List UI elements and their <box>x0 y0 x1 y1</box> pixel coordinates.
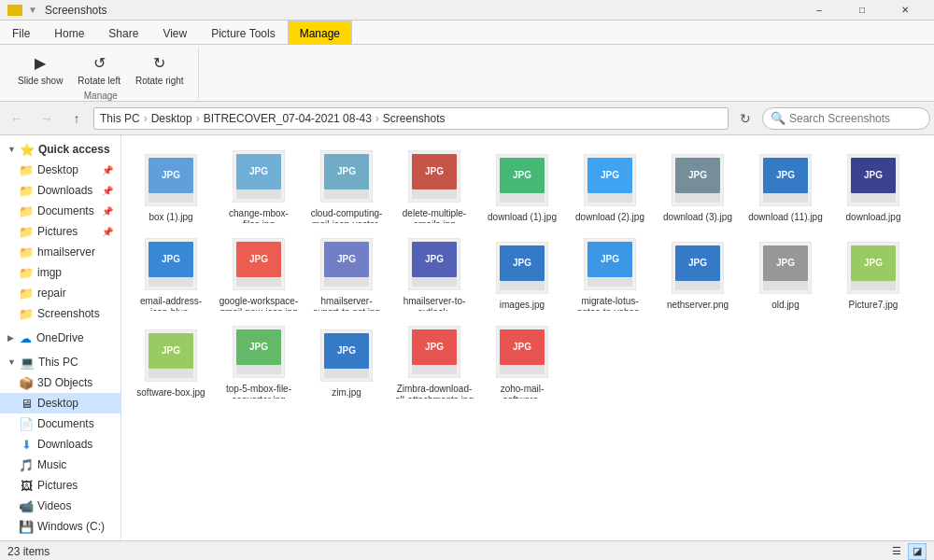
refresh-button[interactable]: ↻ <box>732 105 758 132</box>
sidebar-item-screenshots-qa[interactable]: 📁 Screenshots <box>0 303 120 324</box>
search-icon: 🔍 <box>771 111 785 125</box>
file-item[interactable]: JPG nethserver.png <box>656 231 740 315</box>
drive-d-icon: 💾 <box>19 539 34 540</box>
file-item[interactable]: JPG hmailserver-to-outlook-converter.jpg <box>392 231 476 315</box>
file-item[interactable]: JPG change-mbox-files.jpg <box>217 143 301 227</box>
tab-picture-tools[interactable]: Picture Tools <box>199 21 287 45</box>
sidebar-item-new-volume-d[interactable]: 💾 New Volume (D:) <box>0 537 120 540</box>
svg-text:JPG: JPG <box>601 170 619 180</box>
sidebar-item-documents-qa[interactable]: 📁 Documents 📌 <box>0 201 120 221</box>
sidebar-item-hmailserver-qa[interactable]: 📁 hmailserver <box>0 242 120 262</box>
search-bar[interactable]: 🔍 <box>762 107 930 130</box>
file-item[interactable]: JPG google-workspace-gmail-new-icon.jpg <box>217 231 301 315</box>
close-button[interactable]: ✕ <box>884 0 927 21</box>
file-item[interactable]: JPG download.jpg <box>831 143 915 227</box>
back-button[interactable]: ← <box>4 105 30 132</box>
tab-view[interactable]: View <box>150 21 199 45</box>
address-bitrecover[interactable]: BITRECOVER_07-04-2021 08-43 <box>204 112 372 125</box>
file-thumbnail: JPG <box>494 240 550 296</box>
minimize-button[interactable]: – <box>798 0 841 21</box>
svg-text:JPG: JPG <box>249 254 268 264</box>
file-item[interactable]: JPG top-5-mbox-file-converter.jpg <box>217 318 301 402</box>
sep1: › <box>144 112 148 125</box>
file-item[interactable]: JPG delete-multiple-emails.jpg <box>392 143 476 227</box>
pin-icon: 📌 <box>102 165 113 175</box>
expand-icon-pc: ▼ <box>7 357 16 367</box>
sep2: › <box>196 112 200 125</box>
file-thumbnail: JPG <box>406 324 462 380</box>
file-name: download (2).jpg <box>570 212 650 223</box>
slideshow-button[interactable]: ▶ Slide show <box>11 49 69 89</box>
svg-rect-10 <box>324 189 369 199</box>
file-name: box (1).jpg <box>131 212 211 223</box>
tab-manage[interactable]: Manage <box>288 21 352 45</box>
file-item[interactable]: JPG hmailserver-export-to-pst.jpg <box>304 231 389 315</box>
sidebar-item-3dobjects[interactable]: 📦 3D Objects <box>0 372 120 393</box>
file-item[interactable]: JPG zoho-mail-software-500x500.jpg <box>480 318 564 402</box>
file-item[interactable]: JPG cloud-computing-mail-icon-vector-133… <box>304 143 389 227</box>
sidebar-item-windows-c[interactable]: 💾 Windows (C:) <box>0 516 120 537</box>
details-view-button[interactable]: ☰ <box>887 543 906 560</box>
sidebar-item-desktop[interactable]: 🖥 Desktop <box>0 393 120 413</box>
sidebar-item-onedrive[interactable]: ▶ ☁ OneDrive <box>0 328 120 348</box>
file-item[interactable]: JPG software-box.jpg <box>129 318 213 402</box>
screenshots-folder-icon: 📁 <box>19 306 34 321</box>
sidebar-item-documents[interactable]: 📄 Documents <box>0 413 120 434</box>
file-thumbnail: JPG <box>231 324 287 380</box>
large-icons-view-button[interactable]: ◪ <box>908 543 927 560</box>
tab-share[interactable]: Share <box>96 21 150 45</box>
sidebar-item-videos[interactable]: 📹 Videos <box>0 496 120 516</box>
sidebar-item-downloads[interactable]: ⬇ Downloads <box>0 434 120 455</box>
nav-bar: ← → ↑ This PC › Desktop › BITRECOVER_07-… <box>0 102 934 135</box>
file-thumbnail: JPG <box>318 328 375 384</box>
quick-access-icon: ▼ <box>28 5 37 15</box>
sidebar-item-repair-qa[interactable]: 📁 repair <box>0 283 120 303</box>
address-desktop[interactable]: Desktop <box>151 112 192 125</box>
svg-text:JPG: JPG <box>776 258 795 268</box>
file-item[interactable]: JPG box (1).jpg <box>129 143 213 227</box>
rotate-right-button[interactable]: ↻ Rotate right <box>129 49 191 89</box>
address-this-pc[interactable]: This PC <box>100 112 140 125</box>
svg-rect-30 <box>763 193 808 203</box>
documents-icon: 📄 <box>19 416 34 431</box>
up-button[interactable]: ↑ <box>64 105 90 132</box>
maximize-button[interactable]: □ <box>841 0 884 21</box>
file-item[interactable]: JPG migrate-lotus-notes-to-yahoo-mail.jp… <box>568 231 652 315</box>
status-bar: 23 items ☰ ◪ <box>0 540 934 560</box>
file-thumbnail: JPG <box>406 148 462 204</box>
file-name: download.jpg <box>833 212 913 223</box>
tab-file[interactable]: File <box>0 21 42 45</box>
file-name: images.jpg <box>482 300 562 311</box>
folder-icon <box>7 5 22 16</box>
file-item[interactable]: JPG old.jpg <box>743 231 828 315</box>
file-item[interactable]: JPG download (2).jpg <box>568 143 652 227</box>
file-item[interactable]: JPG download (11).jpg <box>743 143 828 227</box>
sidebar-item-downloads-qa[interactable]: 📁 Downloads 📌 <box>0 180 120 201</box>
address-bar[interactable]: This PC › Desktop › BITRECOVER_07-04-202… <box>93 107 729 130</box>
sidebar-item-thispc[interactable]: ▼ 💻 This PC <box>0 352 120 372</box>
rotate-left-button[interactable]: ↺ Rotate left <box>71 49 127 89</box>
sidebar-item-pictures-qa[interactable]: 📁 Pictures 📌 <box>0 221 120 242</box>
file-item[interactable]: JPG download (1).jpg <box>480 143 564 227</box>
sidebar-item-desktop-qa[interactable]: 📁 Desktop 📌 <box>0 160 120 180</box>
file-thumbnail: JPG <box>670 240 726 296</box>
forward-button[interactable]: → <box>34 105 60 132</box>
file-item[interactable]: JPG Zimbra-download-all-attachments.jpg <box>392 318 476 402</box>
sidebar-quick-access[interactable]: ▼ ⭐ Quick access <box>0 139 120 160</box>
svg-rect-78 <box>236 365 281 374</box>
file-name: delete-multiple-emails.jpg <box>394 208 474 223</box>
file-item[interactable]: JPG Picture7.jpg <box>831 231 915 315</box>
file-thumbnail: JPG <box>670 152 726 208</box>
expand-icon-od: ▶ <box>7 333 14 343</box>
file-item[interactable]: JPG download (3).jpg <box>656 143 740 227</box>
sidebar-item-music[interactable]: 🎵 Music <box>0 455 120 475</box>
slideshow-icon: ▶ <box>29 51 51 74</box>
file-item[interactable]: JPG zim.jpg <box>304 318 389 402</box>
search-input[interactable] <box>789 112 920 125</box>
file-item[interactable]: JPG images.jpg <box>480 231 564 315</box>
sidebar-item-pictures[interactable]: 🖼 Pictures <box>0 475 120 496</box>
sidebar-item-imgp-qa[interactable]: 📁 imgp <box>0 262 120 283</box>
svg-text:JPG: JPG <box>601 254 619 264</box>
tab-home[interactable]: Home <box>42 21 96 45</box>
file-item[interactable]: JPG email-address-icon-blue-1995166...jp… <box>129 231 213 315</box>
